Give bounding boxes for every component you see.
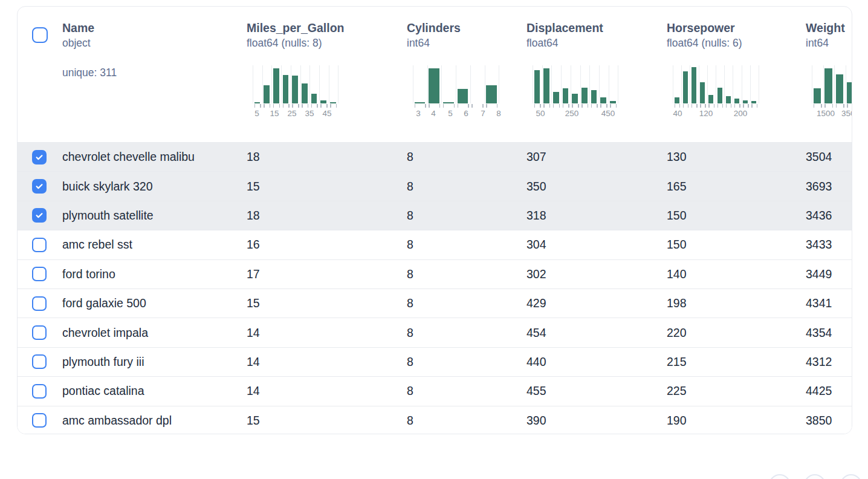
histogram-tick-label: 200 bbox=[734, 109, 748, 118]
cell-weight: 3433 bbox=[806, 238, 852, 252]
row-checkbox[interactable] bbox=[32, 238, 47, 252]
column-unique-count: unique: 311 bbox=[62, 65, 247, 80]
column-dtype: float64 (nulls: 6) bbox=[667, 36, 806, 50]
cell-displacement: 307 bbox=[526, 150, 667, 164]
histogram-tick-label: 1500 bbox=[817, 109, 835, 118]
cell-horsepower: 198 bbox=[667, 296, 806, 310]
cell-name: pontiac catalina bbox=[62, 384, 247, 398]
table-row[interactable]: chevrolet impala 14 8 454 220 4354 bbox=[18, 318, 852, 347]
cell-miles-per-gallon: 16 bbox=[247, 238, 407, 252]
row-checkbox-cell bbox=[18, 267, 62, 281]
check-icon bbox=[35, 182, 44, 191]
check-icon bbox=[35, 211, 44, 220]
row-checkbox[interactable] bbox=[32, 267, 47, 281]
table-row[interactable]: chevrolet chevelle malibu 18 8 307 130 3… bbox=[18, 142, 852, 171]
cell-cylinders: 8 bbox=[407, 180, 526, 194]
row-checkbox-cell bbox=[18, 325, 62, 340]
table-row[interactable]: amc ambassador dpl 15 8 390 190 3850 bbox=[18, 406, 852, 434]
column-dtype: object bbox=[62, 36, 247, 50]
cell-displacement: 302 bbox=[526, 267, 667, 281]
cell-miles-per-gallon: 15 bbox=[247, 414, 407, 428]
cell-cylinders: 8 bbox=[407, 296, 526, 310]
cell-name: ford torino bbox=[62, 267, 247, 281]
histogram-tick-label: 120 bbox=[699, 109, 713, 118]
row-checkbox-cell bbox=[18, 354, 62, 369]
histogram-tick-label: 40 bbox=[673, 109, 682, 118]
cell-name: plymouth fury iii bbox=[62, 355, 247, 369]
histogram-tick-label: 6 bbox=[464, 109, 468, 118]
column-header-weight: Weight int64 15003500 bbox=[806, 7, 852, 142]
row-checkbox-cell bbox=[18, 208, 62, 223]
check-icon bbox=[35, 152, 44, 161]
cell-weight: 4341 bbox=[806, 296, 852, 310]
table-row[interactable]: ford torino 17 8 302 140 3449 bbox=[18, 259, 852, 288]
column-dtype: float64 bbox=[526, 36, 667, 50]
column-title: Name bbox=[62, 20, 247, 36]
histogram-tick-label: 15 bbox=[270, 109, 279, 118]
histogram-tick-label: 5 bbox=[254, 109, 259, 118]
table-row[interactable]: buick skylark 320 15 8 350 165 3693 bbox=[18, 171, 852, 200]
row-checkbox[interactable] bbox=[32, 384, 47, 399]
cell-name: amc rebel sst bbox=[62, 238, 247, 252]
cell-weight: 3504 bbox=[806, 150, 852, 164]
table-body: chevrolet chevelle malibu 18 8 307 130 3… bbox=[18, 142, 852, 434]
row-checkbox-cell bbox=[18, 150, 62, 165]
column-header-displacement: Displacement float64 50250450 bbox=[526, 7, 667, 142]
histogram-tick-label: 4 bbox=[431, 109, 436, 118]
column-title: Miles_per_Gallon bbox=[247, 20, 407, 36]
table-row[interactable]: plymouth fury iii 14 8 440 215 4312 bbox=[18, 347, 852, 376]
row-checkbox[interactable] bbox=[32, 150, 47, 165]
cell-weight: 3449 bbox=[806, 267, 852, 281]
cell-name: chevrolet chevelle malibu bbox=[62, 150, 247, 164]
cell-miles-per-gallon: 15 bbox=[247, 296, 407, 310]
histogram-tick-label: 25 bbox=[287, 109, 296, 118]
histogram-miles-per-gallon: 515253545 bbox=[253, 65, 339, 121]
histogram-tick-label: 8 bbox=[496, 109, 501, 118]
cell-cylinders: 8 bbox=[407, 414, 526, 428]
cell-cylinders: 8 bbox=[407, 326, 526, 340]
column-dtype: int64 bbox=[407, 36, 526, 50]
cell-cylinders: 8 bbox=[407, 384, 526, 398]
cell-miles-per-gallon: 14 bbox=[247, 355, 407, 369]
histogram-tick-label: 250 bbox=[565, 109, 579, 118]
cell-horsepower: 220 bbox=[667, 326, 806, 340]
cell-name: ford galaxie 500 bbox=[62, 296, 247, 310]
select-all-checkbox[interactable] bbox=[32, 27, 48, 43]
cell-horsepower: 150 bbox=[667, 209, 806, 223]
cell-miles-per-gallon: 14 bbox=[247, 326, 407, 340]
cell-name: amc ambassador dpl bbox=[62, 414, 247, 428]
row-checkbox[interactable] bbox=[32, 325, 47, 340]
column-title: Weight bbox=[806, 20, 852, 36]
cell-miles-per-gallon: 14 bbox=[247, 384, 407, 398]
table-row[interactable]: pontiac catalina 14 8 455 225 4425 bbox=[18, 376, 852, 405]
cell-cylinders: 8 bbox=[407, 150, 526, 164]
histogram-tick-label: 50 bbox=[536, 109, 545, 118]
cell-miles-per-gallon: 18 bbox=[247, 209, 407, 223]
column-header-name: Name object unique: 311 bbox=[62, 7, 247, 142]
column-dtype: float64 (nulls: 8) bbox=[247, 36, 407, 50]
cell-name: plymouth satellite bbox=[62, 209, 247, 223]
table-row[interactable]: plymouth satellite 18 8 318 150 3436 bbox=[18, 201, 852, 230]
histogram-tick-label: 45 bbox=[322, 109, 331, 118]
row-checkbox-cell bbox=[18, 413, 62, 428]
table-row[interactable]: ford galaxie 500 15 8 429 198 4341 bbox=[18, 288, 852, 318]
cell-horsepower: 150 bbox=[667, 238, 806, 252]
column-header-cylinders: Cylinders int64 345678 bbox=[407, 7, 526, 142]
row-checkbox[interactable] bbox=[32, 179, 47, 194]
cell-miles-per-gallon: 17 bbox=[247, 267, 407, 281]
table-footer: 3 selected Clear selection « ‹ Page 1 of… bbox=[0, 434, 868, 479]
row-checkbox[interactable] bbox=[32, 354, 47, 369]
cell-cylinders: 8 bbox=[407, 209, 526, 223]
cell-displacement: 318 bbox=[526, 209, 667, 223]
table-row[interactable]: amc rebel sst 16 8 304 150 3433 bbox=[18, 230, 852, 259]
data-table-card: Name object unique: 311 Miles_per_Gallon… bbox=[17, 6, 852, 434]
histogram-displacement: 50250450 bbox=[533, 65, 619, 121]
cell-miles-per-gallon: 15 bbox=[247, 180, 407, 194]
histogram-weight: 15003500 bbox=[812, 65, 852, 121]
histogram-tick-label: 7 bbox=[481, 109, 485, 118]
row-checkbox[interactable] bbox=[32, 296, 47, 311]
row-checkbox[interactable] bbox=[32, 208, 47, 223]
cell-displacement: 440 bbox=[526, 355, 667, 369]
row-checkbox[interactable] bbox=[32, 413, 47, 428]
cell-weight: 3436 bbox=[806, 209, 852, 223]
